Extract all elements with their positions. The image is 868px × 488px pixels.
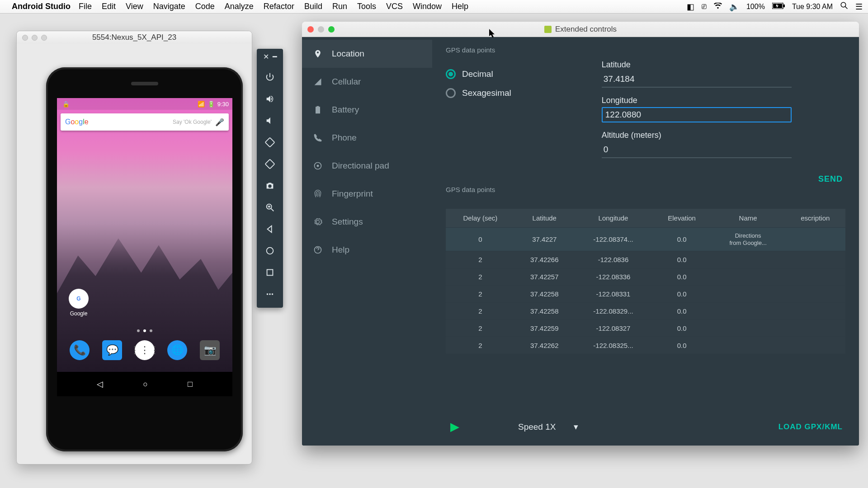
table-row[interactable]: 037.4227-122.08374...0.0Directionsfrom G…	[446, 228, 845, 251]
minimize-icon[interactable]: ━	[273, 52, 277, 61]
clock[interactable]: Tue 9:30 AM	[792, 3, 833, 11]
camera-icon[interactable]: 📷	[200, 340, 220, 360]
menu-file[interactable]: File	[79, 2, 92, 11]
all-apps-icon[interactable]: ⋮⋮⋮	[135, 340, 155, 360]
th-elevation[interactable]: Elevation	[652, 209, 711, 228]
table-cell	[711, 251, 785, 268]
table-row[interactable]: 237.42257-122.083360.0	[446, 268, 845, 286]
altitude-input[interactable]	[602, 142, 792, 158]
home-icon[interactable]	[260, 241, 279, 261]
wifi-icon[interactable]	[714, 2, 722, 11]
table-row[interactable]: 237.42258-122.08329...0.0	[446, 303, 845, 320]
ext-titlebar[interactable]: Extended controls	[302, 22, 859, 37]
emulator-titlebar[interactable]: 5554:Nexus_5X_API_23	[17, 31, 252, 44]
radio-decimal[interactable]: Decimal	[446, 69, 511, 79]
table-row[interactable]: 237.42266-122.08360.0	[446, 251, 845, 268]
signal-icon: 📶	[198, 101, 205, 108]
battery-icon[interactable]	[772, 2, 785, 11]
menu-build[interactable]: Build	[304, 2, 322, 11]
sidebar-item-settings[interactable]: Settings	[302, 208, 432, 236]
th-name[interactable]: Name	[711, 209, 785, 228]
dialer-icon[interactable]: 📞	[70, 340, 90, 360]
rotate-left-icon[interactable]	[260, 132, 279, 152]
radio-sexagesimal[interactable]: Sexagesimal	[446, 88, 511, 98]
table-cell: 2	[446, 303, 515, 320]
menu-code[interactable]: Code	[195, 2, 215, 11]
play-icon[interactable]: ▶	[450, 420, 459, 434]
zoom-icon[interactable]	[260, 197, 279, 217]
messages-icon[interactable]: 💬	[102, 340, 122, 360]
menu-tools[interactable]: Tools	[357, 2, 376, 11]
back-button[interactable]: ◁	[97, 379, 103, 389]
table-cell: 2	[446, 286, 515, 303]
longitude-field-group: Longitude	[602, 96, 845, 122]
latitude-input[interactable]	[602, 71, 792, 88]
google-search-bar[interactable]: Google Say 'Ok Google' 🎤	[61, 113, 229, 131]
table-cell	[711, 268, 785, 286]
battery-percent[interactable]: 100%	[746, 3, 765, 11]
menu-run[interactable]: Run	[332, 2, 347, 11]
spotlight-icon[interactable]	[840, 1, 848, 12]
more-icon[interactable]	[260, 284, 279, 304]
power-icon[interactable]	[260, 67, 279, 87]
gps-table: Delay (sec) Latitude Longitude Elevation…	[446, 209, 845, 354]
browser-icon[interactable]: 🌐	[167, 340, 187, 360]
google-app-icon[interactable]: G Google	[69, 289, 89, 317]
mic-icon[interactable]: 🎤	[215, 118, 224, 127]
svg-rect-6	[265, 160, 275, 169]
google-app-label: Google	[69, 310, 89, 317]
table-row[interactable]: 237.42262-122.08325...0.0	[446, 337, 845, 354]
longitude-label: Longitude	[602, 96, 845, 105]
app-title[interactable]: Android Studio	[12, 2, 71, 11]
th-description[interactable]: escription	[785, 209, 845, 228]
airplay-icon[interactable]: ⎚	[702, 2, 707, 11]
menu-icon[interactable]: ☰	[855, 2, 863, 12]
sidebar-item-fingerprint[interactable]: Fingerprint	[302, 180, 432, 208]
load-gpx-button[interactable]: LOAD GPX/KML	[778, 422, 843, 432]
table-row[interactable]: 237.42258-122.083310.0	[446, 286, 845, 303]
altitude-field-group: Altitude (meters)	[602, 131, 845, 158]
menu-navigate[interactable]: Navigate	[153, 2, 185, 11]
th-delay[interactable]: Delay (sec)	[446, 209, 515, 228]
sidebar-item-help[interactable]: Help	[302, 236, 432, 264]
sidebar-item-label: Settings	[332, 217, 363, 227]
menu-edit[interactable]: Edit	[102, 2, 116, 11]
altitude-label: Altitude (meters)	[602, 131, 845, 140]
menu-help[interactable]: Help	[452, 2, 468, 11]
menu-refactor[interactable]: Refactor	[264, 2, 294, 11]
table-cell	[711, 320, 785, 337]
phone-screen[interactable]: 🔒 📶 🔋 9:30 Google Say 'Ok Google' 🎤 G Go…	[57, 98, 232, 396]
back-icon[interactable]	[260, 219, 279, 239]
th-latitude[interactable]: Latitude	[515, 209, 574, 228]
volume-down-icon[interactable]	[260, 111, 279, 131]
volume-up-icon[interactable]	[260, 89, 279, 109]
sidebar-item-cellular[interactable]: Cellular	[302, 68, 432, 96]
sidebar-item-location[interactable]: Location	[302, 40, 432, 68]
menu-vcs[interactable]: VCS	[386, 2, 403, 11]
screencast-icon[interactable]: ◧	[687, 2, 694, 12]
sidebar-item-phone[interactable]: Phone	[302, 124, 432, 152]
table-cell: 37.42257	[515, 268, 574, 286]
table-cell	[785, 228, 845, 251]
menu-window[interactable]: Window	[413, 2, 442, 11]
lock-icon: 🔒	[62, 101, 70, 108]
menu-analyze[interactable]: Analyze	[225, 2, 254, 11]
home-button[interactable]: ○	[143, 380, 148, 389]
send-button[interactable]: SEND	[818, 174, 843, 184]
close-icon[interactable]: ✕	[263, 52, 269, 61]
overview-icon[interactable]	[260, 263, 279, 282]
screenshot-icon[interactable]	[260, 176, 279, 196]
speed-select[interactable]: Speed 1X ▾	[518, 422, 578, 432]
rotate-right-icon[interactable]	[260, 154, 279, 174]
sidebar-item-battery[interactable]: Battery	[302, 96, 432, 124]
menu-view[interactable]: View	[126, 2, 143, 11]
table-cell	[711, 286, 785, 303]
th-longitude[interactable]: Longitude	[574, 209, 653, 228]
sidebar-item-dpad[interactable]: Directional pad	[302, 152, 432, 180]
ext-content: GPS data points Decimal Sexagesimal Lati…	[432, 37, 859, 446]
longitude-input[interactable]	[602, 107, 792, 122]
overview-button[interactable]: □	[188, 380, 193, 389]
table-row[interactable]: 237.42259-122.083270.0	[446, 320, 845, 337]
table-cell: 0.0	[652, 337, 711, 354]
volume-icon[interactable]: 🔈	[729, 2, 739, 12]
